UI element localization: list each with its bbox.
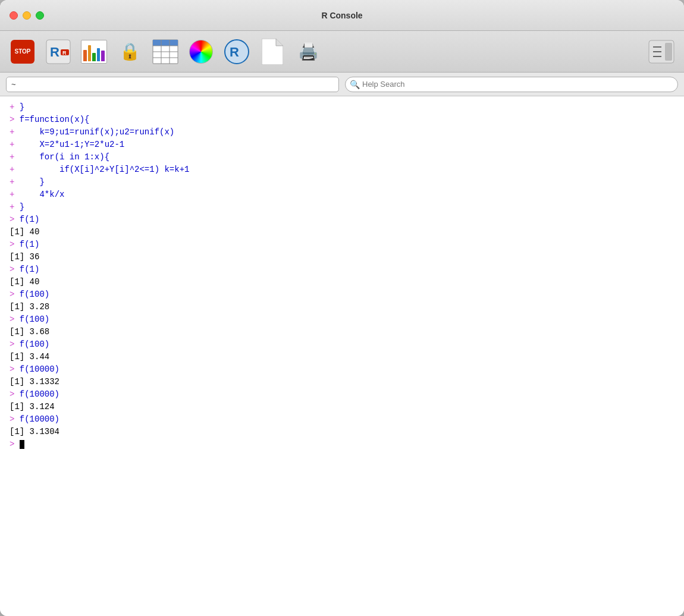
console-line: + if(X[i]^2+Y[i]^2<=1) k=k+1	[10, 164, 674, 176]
console-line: >	[10, 438, 674, 451]
table-button[interactable]	[150, 36, 181, 67]
close-button[interactable]	[10, 11, 18, 20]
console-line: [1] 3.1304	[10, 426, 674, 438]
svg-text:R: R	[230, 45, 239, 59]
sidebar-toggle-icon	[648, 40, 674, 64]
console-line: + }	[10, 101, 674, 114]
console-line: + X=2*u1-1;Y=2*u2-1	[10, 139, 674, 151]
console-line: > f(10000)	[10, 363, 674, 376]
console-line: + k=9;u1=runif(x);u2=runif(x)	[10, 126, 674, 139]
window-title: R Console	[321, 11, 362, 20]
console-line: > f(1)	[10, 213, 674, 226]
r-icon-button[interactable]: R	[221, 36, 252, 67]
console-line: > f=function(x){	[10, 114, 674, 126]
minimize-button[interactable]	[23, 11, 31, 20]
console-area[interactable]: + } > f=function(x){ + k=9;u1=runif(x);u…	[0, 96, 684, 616]
console-line: [1] 3.68	[10, 326, 674, 338]
console-line: > f(1)	[10, 238, 674, 251]
lock-button[interactable]: 🔒	[114, 36, 145, 67]
color-wheel-icon	[189, 40, 213, 64]
sidebar-toggle-button[interactable]	[646, 36, 677, 67]
svg-marker-13	[262, 39, 283, 65]
search-icon: 🔍	[350, 80, 360, 89]
maximize-button[interactable]	[36, 11, 44, 20]
console-line: > f(100)	[10, 338, 674, 351]
console-line: > f(10000)	[10, 413, 674, 426]
svg-rect-15	[665, 43, 672, 61]
console-line: > f(100)	[10, 288, 674, 301]
console-line: [1] 40	[10, 276, 674, 288]
lock-icon: 🔒	[120, 42, 140, 61]
main-window: R Console STOP R R	[0, 0, 684, 616]
color-wheel-button[interactable]	[186, 36, 217, 67]
console-line: [1] 3.1332	[10, 376, 674, 388]
print-button[interactable]: 🖨️	[293, 36, 324, 67]
console-line: [1] 3.124	[10, 401, 674, 413]
stop-label: STOP	[14, 48, 30, 55]
console-line: [1] 36	[10, 251, 674, 263]
traffic-lights	[10, 11, 44, 20]
addressbar-row: 🔍	[0, 73, 684, 96]
r-editor-button[interactable]: R R	[43, 36, 74, 67]
chart-button[interactable]	[79, 36, 109, 67]
r-editor-icon: R R	[45, 39, 71, 65]
search-wrapper: 🔍	[345, 77, 678, 92]
console-line: > f(10000)	[10, 388, 674, 401]
console-line: [1] 3.28	[10, 301, 674, 313]
console-line: + }	[10, 176, 674, 188]
svg-text:R: R	[50, 45, 59, 59]
console-line: + }	[10, 201, 674, 213]
printer-icon: 🖨️	[298, 42, 319, 61]
stop-icon: STOP	[11, 40, 34, 64]
search-input[interactable]	[345, 77, 678, 92]
toolbar: STOP R R 🔒	[0, 31, 684, 73]
chart-icon	[81, 40, 107, 64]
console-line: > f(1)	[10, 263, 674, 276]
console-line: + 4*k/x	[10, 188, 674, 201]
console-line: [1] 40	[10, 226, 674, 238]
console-line: [1] 3.44	[10, 351, 674, 363]
console-line: + for(i in 1:x){	[10, 151, 674, 164]
console-line: > f(100)	[10, 313, 674, 326]
stop-button[interactable]: STOP	[7, 36, 38, 67]
new-file-icon	[262, 39, 283, 65]
r-plain-icon: R	[224, 39, 250, 65]
table-icon	[152, 39, 178, 64]
new-file-button[interactable]	[257, 36, 288, 67]
svg-text:R: R	[62, 50, 67, 56]
title-bar: R Console	[0, 0, 684, 31]
cursor	[20, 440, 24, 449]
svg-rect-5	[153, 40, 178, 46]
path-input[interactable]	[6, 77, 339, 92]
